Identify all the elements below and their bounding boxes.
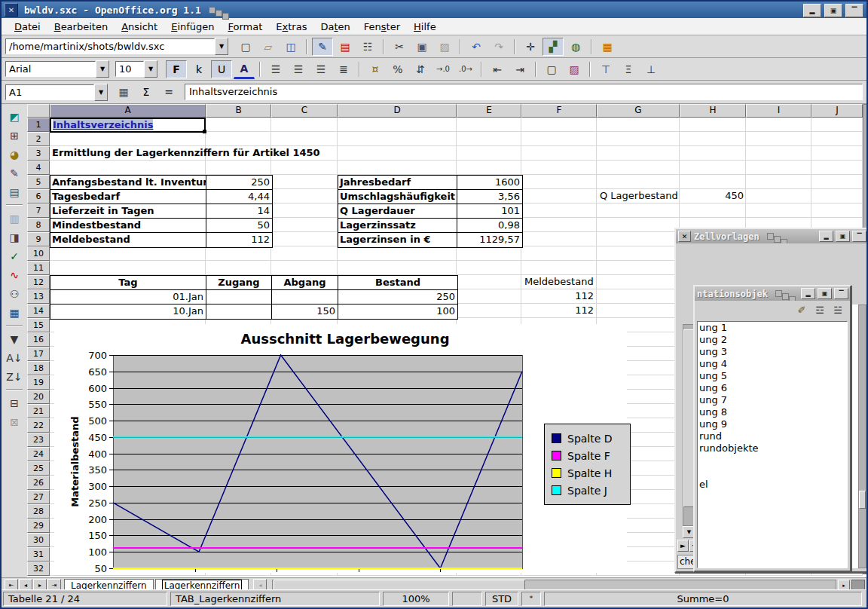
- row-header-31[interactable]: 31: [27, 547, 50, 562]
- row-header-27[interactable]: 27: [27, 490, 50, 504]
- row-header-13[interactable]: 13: [27, 289, 50, 304]
- cell[interactable]: [521, 189, 597, 203]
- cell-reference-combo[interactable]: A1 ▼: [5, 84, 108, 101]
- style-list-item[interactable]: [698, 467, 847, 479]
- align-justify-icon[interactable]: ≣: [333, 60, 354, 78]
- table-row[interactable]: Lieferzeit in Tagen 14: [50, 204, 272, 219]
- cell-cursor-handle[interactable]: [203, 130, 206, 133]
- gallery-icon[interactable]: ▦: [597, 38, 618, 56]
- new-style-from-selection-icon[interactable]: ☲: [812, 303, 827, 317]
- undo-icon[interactable]: ↶: [466, 38, 487, 56]
- font-size-dropdown-icon[interactable]: ▼: [144, 60, 157, 78]
- scroll-right-button[interactable]: ►: [677, 540, 689, 552]
- row-header-32[interactable]: 32: [27, 562, 50, 576]
- group-icon[interactable]: ⊟: [5, 394, 24, 412]
- row-header-29[interactable]: 29: [27, 519, 50, 533]
- menu-hilfe[interactable]: Hilfe: [407, 20, 443, 34]
- table-row[interactable]: Q Lagerdauer 101: [338, 204, 522, 219]
- style-list-item[interactable]: ung 6: [698, 382, 847, 394]
- copy-icon[interactable]: ▣: [411, 38, 432, 56]
- function-wizard-icon[interactable]: ▦: [113, 83, 134, 101]
- export-pdf-icon[interactable]: ▤: [335, 38, 356, 56]
- row-header-22[interactable]: 22: [27, 418, 50, 433]
- cell[interactable]: [50, 261, 206, 274]
- cell[interactable]: [746, 189, 811, 203]
- style-list-item[interactable]: ung 7: [698, 394, 847, 406]
- row-header-21[interactable]: 21: [27, 404, 50, 418]
- sort-ascending-icon[interactable]: A↓: [5, 349, 24, 366]
- cell[interactable]: [811, 118, 863, 131]
- cell[interactable]: [680, 204, 746, 217]
- cell[interactable]: [597, 161, 680, 174]
- column-header-F[interactable]: F: [521, 104, 597, 118]
- cell[interactable]: [811, 175, 863, 188]
- font-name-field[interactable]: Arial: [5, 61, 96, 77]
- borders-icon[interactable]: ▢: [541, 60, 562, 78]
- autoformat-icon[interactable]: ◨: [5, 228, 24, 246]
- cell[interactable]: [457, 246, 521, 260]
- cell[interactable]: [521, 246, 597, 260]
- align-top-icon[interactable]: ⊤: [595, 60, 616, 78]
- insert-object-icon[interactable]: ◩: [5, 108, 24, 125]
- draw-functions-icon[interactable]: ✎: [5, 164, 24, 182]
- font-color-button[interactable]: A: [234, 60, 255, 79]
- shade-button[interactable]: ▔: [852, 231, 866, 242]
- cell-styles-listbox[interactable]: [850, 304, 866, 568]
- cell[interactable]: [206, 246, 271, 260]
- cell[interactable]: [521, 204, 597, 217]
- sort-descending-icon[interactable]: Z↓: [5, 368, 24, 385]
- stylist-icon[interactable]: ▞: [542, 38, 564, 56]
- url-combo[interactable]: /home/martinix/shots/bwldv.sxc ▼: [5, 38, 228, 55]
- ungroup-icon[interactable]: ⊠: [5, 413, 24, 430]
- row-header-17[interactable]: 17: [27, 347, 50, 361]
- row-header-11[interactable]: 11: [27, 261, 50, 275]
- row-header-16[interactable]: 16: [27, 332, 50, 347]
- row-header-19[interactable]: 19: [27, 375, 50, 390]
- mode-field[interactable]: STD: [485, 592, 518, 606]
- zoom-field[interactable]: 100%: [383, 592, 449, 606]
- fill-format-mode-icon[interactable]: ✐: [794, 303, 809, 317]
- save-icon[interactable]: ◫: [280, 38, 301, 56]
- cell-G6[interactable]: Q Lagerbestand: [600, 189, 678, 203]
- insert-form-icon[interactable]: ▥: [5, 210, 24, 227]
- paste-icon[interactable]: ▨: [434, 38, 455, 56]
- style-list-item[interactable]: ung 8: [698, 406, 847, 418]
- table-row[interactable]: Anfangsbestand lt. Inventur 250: [50, 176, 272, 190]
- cell[interactable]: [597, 289, 680, 303]
- cell[interactable]: [206, 118, 271, 131]
- table-row[interactable]: Tagesbedarf 4,44: [50, 190, 272, 204]
- cell[interactable]: [811, 132, 863, 145]
- menu-daten[interactable]: Daten: [313, 20, 356, 34]
- percent-icon[interactable]: %: [387, 60, 408, 78]
- standard-format-icon[interactable]: ⇵: [410, 60, 431, 78]
- cell[interactable]: [680, 175, 746, 188]
- row-header-23[interactable]: 23: [27, 433, 50, 447]
- cell[interactable]: [597, 304, 680, 317]
- presentation-styles-titlebar[interactable]: ntationsobjek ▂▣▔: [695, 286, 850, 301]
- navigator-icon[interactable]: ✛: [520, 38, 541, 56]
- font-size-field[interactable]: 10: [115, 61, 144, 77]
- cell[interactable]: [457, 146, 521, 160]
- cell[interactable]: [271, 261, 338, 274]
- maximize-button[interactable]: ▣: [836, 231, 850, 242]
- column-header-H[interactable]: H: [680, 104, 746, 118]
- cell[interactable]: [597, 246, 680, 260]
- style-list-item[interactable]: ung 9: [698, 418, 847, 430]
- cell[interactable]: [746, 146, 811, 160]
- cell[interactable]: [457, 132, 521, 145]
- sum-icon[interactable]: Σ: [136, 83, 157, 101]
- cell[interactable]: [271, 218, 338, 231]
- column-header-I[interactable]: I: [746, 104, 811, 118]
- auto-spellcheck-icon[interactable]: ∿: [5, 266, 24, 283]
- cell[interactable]: [811, 161, 863, 174]
- cell-styles-titlebar[interactable]: ✕ Zellvorlagen ▂▣▔: [676, 229, 866, 243]
- cell[interactable]: [811, 146, 863, 160]
- cell-F13[interactable]: 112: [521, 289, 594, 303]
- font-size-combo[interactable]: 10 ▼: [115, 60, 157, 78]
- edit-file-icon[interactable]: ✎: [312, 38, 333, 56]
- row-header-25[interactable]: 25: [27, 461, 50, 476]
- cell[interactable]: [338, 118, 457, 131]
- bedarf-table[interactable]: Jahresbedarf 1600 Umschlagshäufigkeit 3,…: [338, 175, 523, 248]
- cell[interactable]: [521, 118, 597, 131]
- cell[interactable]: [680, 118, 746, 131]
